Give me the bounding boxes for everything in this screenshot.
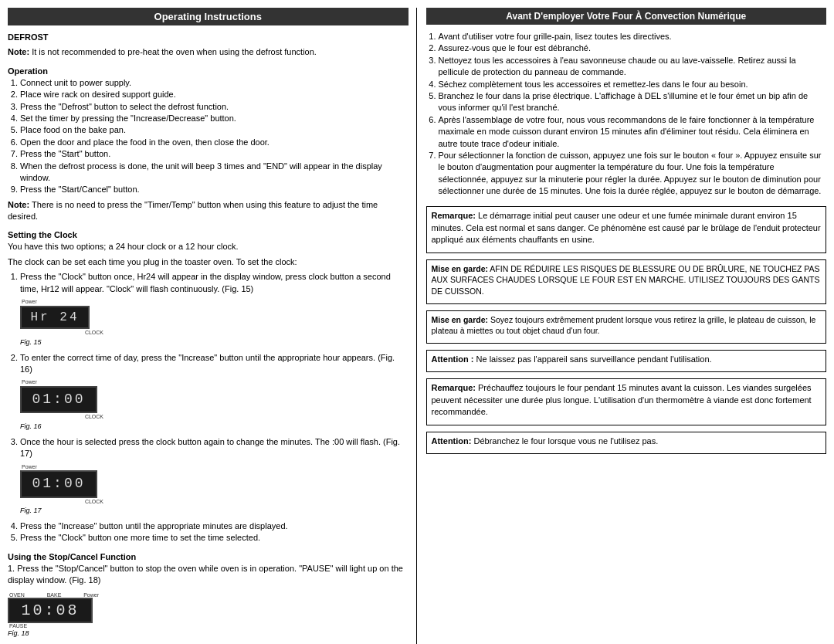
defrost-title-text: DEFROST [8, 32, 49, 42]
mise1-text: Mise en garde: AFIN DE RÉDUIRE LES RISQU… [432, 263, 822, 297]
remarque1-text: Remarque: Le démarrage initial peut caus… [432, 210, 822, 246]
fig15-caption: Fig. 15 [20, 337, 42, 347]
list-item: When the defrost process is done, the un… [20, 161, 409, 185]
fig18-wrapper: OVEN BAKE Power 10:08 PAUSE Fig. 18 [8, 592, 409, 637]
list-item: Open the door and place the food in the … [20, 137, 409, 148]
list-item: Place wire rack on desired support guide… [20, 89, 409, 100]
remarque1-label: Remarque: [432, 211, 476, 220]
list-item: Once the hour is selected press the cloc… [20, 436, 409, 516]
left-column: Operating Instructions DEFROST Note: It … [8, 8, 409, 644]
list-item: Press the "Clock" button one more time t… [20, 532, 409, 544]
clock-text2: The clock can be set each time you plug … [8, 256, 409, 268]
remarque1-box: Remarque: Le démarrage initial peut caus… [426, 206, 827, 253]
operation-list: Connect unit to power supply. Place wire… [20, 77, 409, 196]
fig16-label-power: Power [22, 378, 37, 386]
attention2-body: Débranchez le four lorsque vous ne l'uti… [471, 436, 658, 446]
clock-text1: You have this two options; a 24 hour clo… [8, 241, 409, 253]
list-item: Press the "Defrost" button to select the… [20, 101, 409, 113]
list-item: Press the "Start" button. [20, 148, 409, 160]
attention1-text: Attention : Ne laissez pas l'appareil sa… [432, 354, 822, 365]
main-columns: Operating Instructions DEFROST Note: It … [0, 0, 834, 644]
mise2-text: Mise en garde: Soyez toujours extrêmemen… [432, 314, 822, 337]
fig17-wrapper: Power 01:00 CLOCK Fig. 17 [20, 463, 409, 516]
list-item: Connect unit to power supply. [20, 77, 409, 89]
attention2-text: Attention: Débranchez le four lorsque vo… [432, 436, 822, 447]
list-item: Branchez le four dans la prise électriqu… [439, 90, 827, 114]
attention1-box: Attention : Ne laissez pas l'appareil sa… [426, 350, 827, 372]
remarque2-box: Remarque: Préchauffez toujours le four p… [426, 378, 827, 425]
attention1-body: Ne laissez pas l'appareil sans surveilla… [473, 354, 711, 364]
remarque2-label: Remarque: [432, 383, 476, 392]
right-header: Avant D'employer Votre Four À Convection… [426, 8, 827, 25]
fig15-screen: Hr 24 [20, 306, 90, 329]
mise1-body: AFIN DE RÉDUIRE LES RISQUES DE BLESSURE … [432, 264, 820, 296]
fig17-label-power: Power [22, 463, 37, 471]
mise2-body: Soyez toujours extrêmement prudent lorsq… [432, 315, 816, 336]
fig16-wrapper: Power 01:00 CLOCK Fig. 16 [20, 378, 409, 431]
stop-cancel-title: Using the Stop/Cancel Function [8, 552, 409, 561]
fig18-label-bake: BAKE [47, 592, 62, 598]
right-column: Avant D'employer Votre Four À Convection… [416, 8, 827, 644]
fig18-label-power: Power [83, 592, 99, 598]
mise2-label: Mise en garde: [432, 315, 489, 324]
clock-steps-list: Press the "Clock" button once, Hr24 will… [20, 271, 409, 544]
defrost-note: Note: It is not recommended to pre-heat … [8, 46, 409, 58]
list-item: Pour sélectionner la fonction de cuisson… [439, 150, 827, 198]
mise1-label: Mise en garde: [432, 264, 489, 273]
page: Operating Instructions DEFROST Note: It … [0, 0, 834, 644]
defrost-note-label: Note: [8, 47, 29, 56]
attention2-label: Attention: [432, 436, 472, 446]
list-item: Place food on the bake pan. [20, 124, 409, 136]
fig18-label-oven: OVEN [9, 592, 25, 598]
list-item: Assurez-vous que le four est débranché. [439, 42, 827, 54]
op-note-label: Note: [8, 200, 29, 209]
fig16-caption: Fig. 16 [20, 422, 42, 432]
mise1-box: Mise en garde: AFIN DE RÉDUIRE LES RISQU… [426, 259, 827, 304]
fig16-screen: 01:00 [20, 386, 97, 413]
clock-title: Setting the Clock [8, 230, 409, 239]
list-item: Après l'assemblage de votre four, nous v… [439, 114, 827, 150]
right-intro-list: Avant d'utiliser votre four grille-pain,… [439, 31, 827, 197]
fig15-label-clock: CLOCK [85, 329, 103, 337]
defrost-note-text: It is not recommended to pre-heat the ov… [29, 47, 317, 56]
remarque2-text: Remarque: Préchauffez toujours le four p… [432, 382, 822, 418]
list-item: Set the timer by pressing the "Increase/… [20, 113, 409, 124]
stop-cancel-text1: 1. Press the "Stop/Cancel" button to sto… [8, 563, 409, 587]
attention1-label: Attention : [432, 354, 474, 364]
list-item: To enter the correct time of day, press … [20, 352, 409, 432]
remarque2-body: Préchauffez toujours le four pendant 15 … [432, 383, 812, 416]
remarque1-body: Le démarrage initial peut causer une ode… [432, 211, 821, 244]
list-item: Nettoyez tous les accessoires à l'eau sa… [439, 55, 827, 79]
list-item: Press the "Start/Cancel" button. [20, 184, 409, 195]
mise2-box: Mise en garde: Soyez toujours extrêmemen… [426, 310, 827, 344]
operation-title: Operation [8, 66, 409, 76]
fig17-caption: Fig. 17 [20, 506, 42, 516]
list-item: Press the "Increase" button until the ap… [20, 520, 409, 532]
attention2-box: Attention: Débranchez le four lorsque vo… [426, 432, 827, 454]
list-item: Avant d'utiliser votre four grille-pain,… [439, 31, 827, 42]
fig15-label-power: Power [22, 298, 37, 306]
fig17-screen: 01:00 [20, 470, 97, 497]
list-item: Séchez complètement tous les accessoires… [439, 79, 827, 90]
op-note-text: There is no need to press the "Timer/Tem… [8, 200, 378, 221]
fig18-label-pause: PAUSE [9, 623, 27, 629]
fig16-label-clock: CLOCK [85, 413, 103, 421]
operation-note: Note: There is no need to press the "Tim… [8, 199, 409, 223]
fig15-wrapper: Power Hr 24 CLOCK Fig. 15 [20, 298, 409, 347]
fig17-label-clock: CLOCK [85, 498, 103, 506]
fig18-caption: Fig. 18 [8, 629, 29, 637]
left-header: Operating Instructions [8, 8, 409, 25]
fig18-screen: 10:08 [8, 598, 93, 623]
defrost-title: DEFROST [8, 32, 409, 43]
list-item: Press the "Clock" button once, Hr24 will… [20, 271, 409, 347]
